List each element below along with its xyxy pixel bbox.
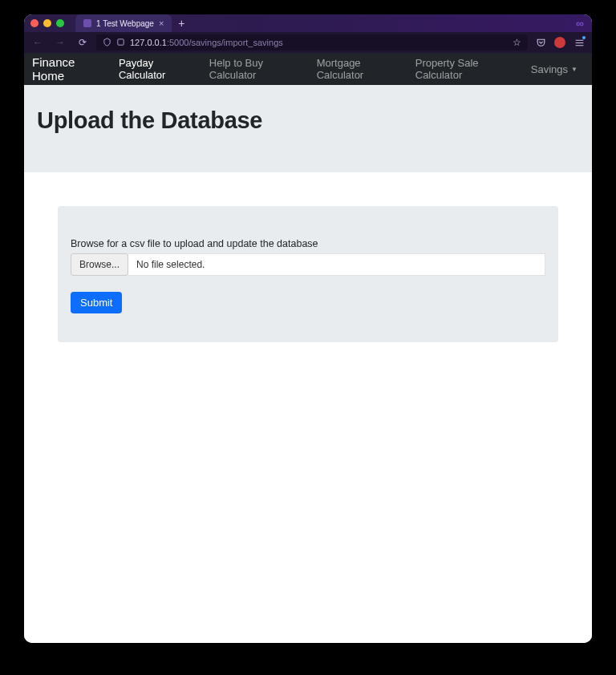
browser-toolbar: ← → ⟳ 127.0.0.1:5000/savings/import_savi…	[24, 32, 592, 53]
browser-logo-icon: ∞	[576, 17, 584, 30]
reload-button[interactable]: ⟳	[74, 34, 91, 51]
tab-title: 1 Test Webpage	[96, 19, 154, 28]
file-status-text: No file selected.	[128, 253, 545, 276]
file-input-label: Browse for a csv file to upload and upda…	[71, 238, 545, 249]
nav-mortgage[interactable]: Mortgage Calculator	[310, 53, 406, 85]
tab-favicon-icon	[83, 19, 91, 27]
url-bar[interactable]: 127.0.0.1:5000/savings/import_savings ☆	[96, 34, 528, 51]
submit-button[interactable]: Submit	[71, 292, 122, 313]
close-window-icon[interactable]	[30, 19, 38, 27]
url-path: :5000/savings/import_savings	[167, 38, 283, 47]
shield-icon[interactable]	[103, 38, 111, 48]
hamburger-menu-icon[interactable]	[571, 34, 587, 51]
browser-window: 1 Test Webpage × + ∞ ← → ⟳ 127.0.0.1:500…	[24, 14, 592, 643]
toolbar-right	[533, 34, 587, 51]
window-controls	[30, 19, 64, 27]
navbar-brand[interactable]: Finance Home	[32, 55, 101, 83]
tab-strip: 1 Test Webpage × +	[75, 14, 185, 32]
page-content: Browse for a csv file to upload and upda…	[24, 172, 592, 643]
bookmark-star-icon[interactable]: ☆	[513, 37, 521, 48]
chevron-down-icon: ▼	[571, 66, 578, 73]
browse-button[interactable]: Browse...	[71, 253, 128, 276]
page-hero: Upload the Database	[24, 85, 592, 172]
file-input-row: Browse... No file selected.	[71, 253, 545, 276]
maximize-window-icon[interactable]	[56, 19, 64, 27]
site-navbar: Finance Home Payday Calculator Help to B…	[24, 53, 592, 85]
new-tab-button[interactable]: +	[178, 17, 184, 30]
url-text: 127.0.0.1:5000/savings/import_savings	[130, 38, 508, 47]
nav-savings-label: Savings	[531, 63, 568, 75]
browser-tab[interactable]: 1 Test Webpage ×	[75, 14, 172, 32]
site-info-icon[interactable]	[116, 38, 125, 48]
nav-savings-dropdown[interactable]: Savings ▼	[525, 53, 584, 85]
back-button[interactable]: ←	[29, 34, 47, 51]
browser-titlebar: 1 Test Webpage × + ∞	[24, 14, 592, 32]
svg-rect-0	[118, 38, 124, 44]
forward-button[interactable]: →	[51, 34, 69, 51]
minimize-window-icon[interactable]	[43, 19, 51, 27]
url-host: 127.0.0.1	[130, 38, 167, 47]
upload-panel: Browse for a csv file to upload and upda…	[58, 206, 558, 342]
save-pocket-icon[interactable]	[533, 34, 549, 51]
page-title: Upload the Database	[37, 107, 579, 134]
nav-help-to-buy[interactable]: Help to Buy Calculator	[203, 53, 307, 85]
extension-icon[interactable]	[552, 34, 568, 51]
nav-property-sale[interactable]: Property Sale Calculator	[409, 53, 521, 85]
tab-close-icon[interactable]: ×	[159, 18, 164, 28]
nav-payday-calculator[interactable]: Payday Calculator	[112, 53, 200, 85]
